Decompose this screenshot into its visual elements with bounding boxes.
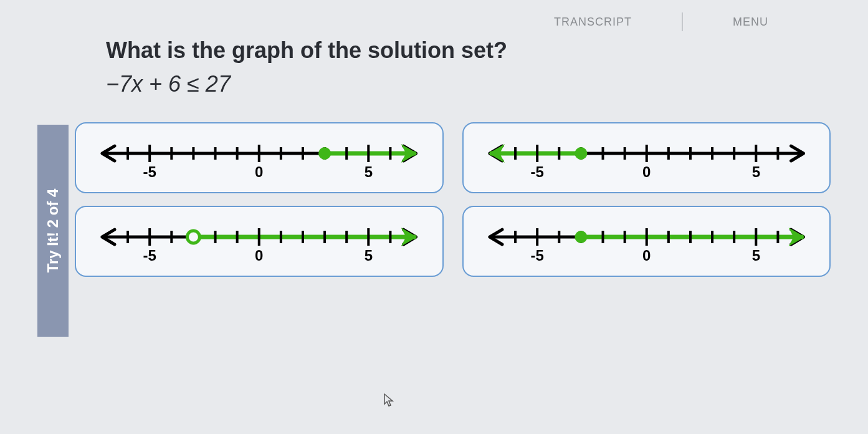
inequality-expression: −7x + 6 ≤ 27 [106,71,831,97]
svg-point-53 [187,231,199,243]
numberline-d: -505 [476,218,818,268]
sidebar: Try It! 2 of 4 [37,125,69,337]
svg-text:0: 0 [255,247,263,264]
svg-text:0: 0 [642,247,651,264]
option-c[interactable]: -505 [75,206,444,277]
svg-text:-5: -5 [143,163,156,180]
topbar: TRANSCRIPT MENU [554,12,768,31]
svg-text:-5: -5 [530,163,543,180]
svg-text:5: 5 [751,247,760,264]
svg-text:-5: -5 [143,247,156,264]
options-grid: -505 -505 -505 -505 [75,122,831,277]
svg-point-72 [575,231,587,243]
svg-text:-5: -5 [530,247,543,264]
svg-text:0: 0 [255,163,263,180]
transcript-button[interactable]: TRANSCRIPT [554,16,632,29]
option-b[interactable]: -505 [462,122,831,193]
divider-icon [682,12,683,31]
option-a[interactable]: -505 [75,122,444,193]
numberline-b: -505 [476,135,818,185]
numberline-c: -505 [88,218,430,268]
svg-point-34 [575,147,587,160]
option-d[interactable]: -505 [462,206,831,277]
svg-point-15 [318,147,331,160]
svg-text:5: 5 [365,247,373,264]
question-title: What is the graph of the solution set? [106,37,831,64]
svg-text:5: 5 [751,163,760,180]
sidebar-label: Try It! 2 of 4 [44,189,62,273]
menu-button[interactable]: MENU [733,16,768,29]
numberline-a: -505 [88,135,430,185]
cursor-icon [383,393,396,412]
content-area: What is the graph of the solution set? −… [106,37,831,277]
svg-text:0: 0 [642,163,651,180]
svg-text:5: 5 [365,163,373,180]
